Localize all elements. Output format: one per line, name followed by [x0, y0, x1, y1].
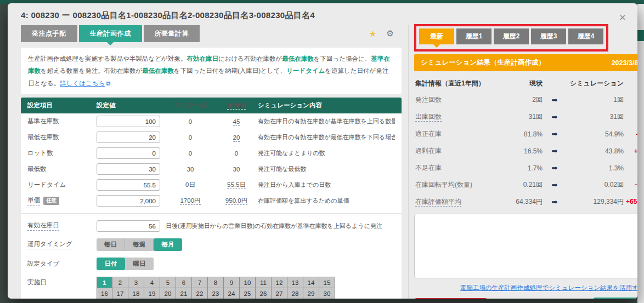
day-cell[interactable]: 28: [287, 288, 303, 299]
history-tab-4[interactable]: 履歴4: [568, 28, 603, 44]
segment-option[interactable]: 日付: [97, 258, 125, 270]
tab-3[interactable]: 所要量計算: [144, 25, 200, 42]
day-cell[interactable]: 4: [144, 277, 160, 288]
day-cell[interactable]: 21: [176, 288, 192, 299]
execution-days-grid: 1234567891011121314151617181920212223242…: [97, 277, 335, 299]
setting-label-text: 最低数: [27, 165, 47, 173]
day-cell[interactable]: 19: [144, 288, 160, 299]
unwatch-item-button[interactable]: 監視品目の解除: [414, 298, 488, 299]
reference-value[interactable]: 950.0円: [225, 197, 247, 205]
day-cell[interactable]: 15: [319, 277, 335, 288]
setting-label-text: ロット数: [27, 149, 53, 157]
day-cell[interactable]: 9: [224, 277, 240, 288]
description-text: 生産計画作成処理を実施する製品や半製品などが対象。: [28, 55, 187, 62]
master-value-cell: 0: [166, 118, 215, 125]
stat-diff-cell: +27.3%⬆: [626, 147, 637, 155]
reference-value-cell: 45: [221, 118, 252, 125]
history-tab-latest[interactable]: 最新: [419, 28, 454, 44]
usage-help-link[interactable]: 電脳工場の生産計画作成処理でシミュレーション結果を活用する方法: [460, 284, 637, 291]
settings-row: 単価任意1700円950.0円在庫評価額を算出するための単価: [21, 193, 402, 209]
day-cell[interactable]: 13: [287, 277, 303, 288]
day-cell[interactable]: 6: [176, 277, 192, 288]
setting-value-input[interactable]: [97, 147, 160, 159]
segment-option[interactable]: 毎月: [154, 238, 182, 251]
day-cell[interactable]: 10: [240, 277, 256, 288]
master-value: 0日: [185, 181, 195, 188]
stat-diff-cell: -26.9%⬇: [626, 130, 637, 138]
day-cell[interactable]: 24: [224, 288, 240, 299]
setting-value-input[interactable]: [97, 195, 160, 207]
setting-value-input[interactable]: [97, 163, 160, 175]
result-banner: シミュレーション結果（生産計画作成） 2023/3/8 17:19: [414, 54, 637, 71]
day-cell[interactable]: 3: [128, 277, 144, 288]
col-value: 設定値: [97, 101, 160, 110]
stat-simulation-value: 54.9%: [567, 130, 624, 138]
history-tab-2[interactable]: 履歴2: [494, 28, 529, 44]
settings-gear-icon[interactable]: ⚙: [387, 28, 394, 39]
setting-label-text: 基準在庫数: [27, 117, 59, 125]
history-tab-1[interactable]: 履歴1: [456, 28, 492, 44]
description-keyword: 最低在庫数: [282, 55, 314, 62]
history-tab-3[interactable]: 履歴3: [531, 28, 566, 44]
stat-label-text: 不足在庫: [415, 164, 442, 171]
segment-option[interactable]: 曜日: [125, 258, 154, 270]
day-cell[interactable]: 2: [112, 277, 128, 288]
reference-value: 30: [233, 166, 240, 173]
setting-value-input[interactable]: [97, 179, 160, 191]
setting-value-input[interactable]: [97, 132, 160, 143]
segment-option[interactable]: 毎週: [125, 238, 154, 251]
day-cell[interactable]: 16: [97, 288, 112, 299]
reference-value[interactable]: 45: [233, 118, 240, 126]
result-stat-row: 不足在庫1.7%➡1.3%-0.4%⬇: [415, 159, 637, 176]
segment-option[interactable]: 毎日: [97, 238, 125, 251]
stat-label: 在庫回転平均(数量): [415, 180, 499, 190]
description-text: を下回った日付を納期(入庫日)として、: [174, 67, 286, 74]
stat-label: 発注回数: [415, 95, 499, 105]
simulation-content-text: 発注可能なまとまりの数: [258, 149, 395, 157]
stat-diff-cell: -0.4%⬇: [626, 164, 637, 172]
tab-1[interactable]: 発注点手配: [21, 25, 77, 42]
result-note-box[interactable]: [414, 214, 637, 278]
day-cell[interactable]: 30: [319, 288, 335, 299]
day-cell[interactable]: 27: [272, 288, 287, 299]
day-cell[interactable]: 17: [112, 288, 128, 299]
col-diff: 差分: [626, 79, 637, 88]
setting-value-cell: [97, 195, 160, 207]
stat-label-text: 発注回数: [415, 96, 442, 104]
setting-value-input[interactable]: [97, 116, 160, 127]
day-cell[interactable]: 25: [240, 288, 256, 299]
stat-current-value: 1.7%: [501, 164, 543, 172]
favorite-star-icon[interactable]: ★: [369, 28, 376, 39]
result-timestamp: 2023/3/8 17:19: [612, 59, 637, 67]
day-cell[interactable]: 5: [160, 277, 176, 288]
optional-badge: 任意: [43, 197, 59, 205]
day-cell[interactable]: 12: [272, 277, 287, 288]
day-cell[interactable]: 26: [256, 288, 272, 299]
day-cell[interactable]: 29: [303, 288, 319, 299]
day-cell[interactable]: 1: [97, 277, 112, 288]
simulation-result-panel: 最新履歴1履歴2履歴3履歴4 シミュレーション結果（生産計画作成） 2023/3…: [408, 25, 637, 299]
valid-stock-day-input[interactable]: [97, 220, 160, 232]
day-cell[interactable]: 18: [128, 288, 144, 299]
day-cell[interactable]: 22: [192, 288, 208, 299]
description-text: を下回った場合に、: [314, 55, 371, 62]
reference-value[interactable]: 55.5日: [227, 181, 246, 189]
master-value-cell: 0日: [166, 181, 215, 189]
reference-value[interactable]: 20: [233, 134, 240, 142]
reference-value: 0: [235, 150, 238, 157]
day-cell[interactable]: 23: [208, 288, 224, 299]
day-cell[interactable]: 14: [303, 277, 319, 288]
day-cell[interactable]: 7: [192, 277, 208, 288]
tab-2[interactable]: 生産計画作成: [79, 25, 142, 42]
details-link[interactable]: 詳しくはこちら: [60, 80, 105, 87]
show-chart-button[interactable]: チャートを表示: [594, 298, 637, 299]
stat-diff-cell: ±0回➡: [626, 112, 637, 122]
stat-simulation-value: 129,334円: [567, 197, 624, 207]
day-cell[interactable]: 20: [160, 288, 176, 299]
setting-label-text: リードタイム: [27, 181, 66, 189]
day-cell[interactable]: 8: [208, 277, 224, 288]
stat-diff-value: +65,000円: [626, 198, 637, 205]
day-cell[interactable]: 11: [256, 277, 272, 288]
close-icon[interactable]: ✕: [617, 11, 629, 25]
description-keyword: リードタイム: [286, 67, 325, 74]
